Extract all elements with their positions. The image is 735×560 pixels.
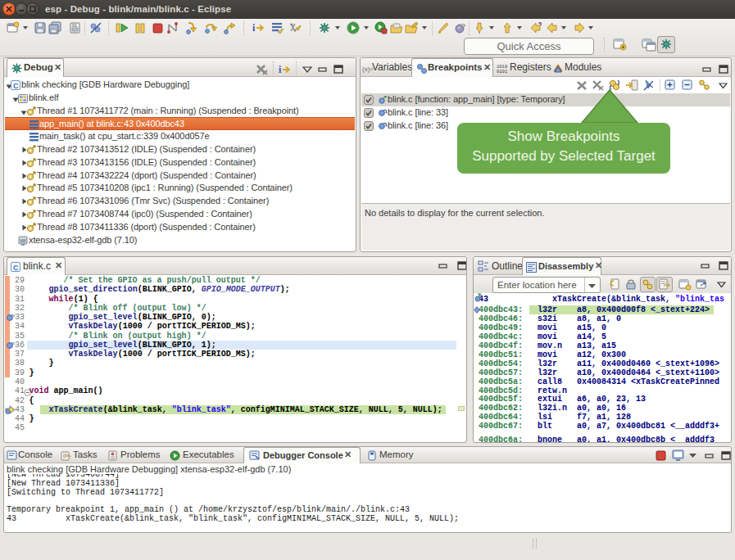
svg-text:i: i <box>252 22 256 34</box>
svg-text:0101: 0101 <box>497 69 508 73</box>
svg-text:i: i <box>279 64 282 75</box>
svg-text:01: 01 <box>72 24 77 29</box>
